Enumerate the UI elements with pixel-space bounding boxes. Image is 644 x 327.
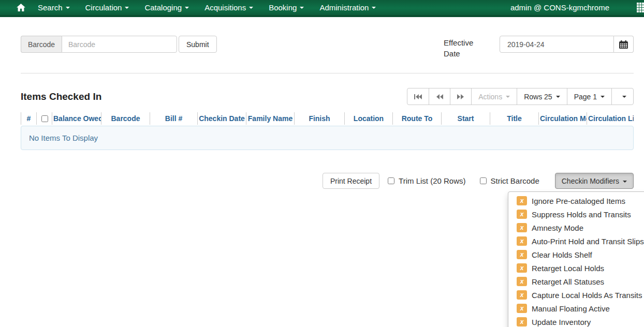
row-number-column-header: # xyxy=(21,112,36,125)
column-header[interactable]: Balance Owed xyxy=(52,112,101,125)
chevron-down-icon xyxy=(125,7,129,9)
checkin-modifier-menu-item[interactable]: x Auto-Print Hold and Transit Slips xyxy=(508,234,644,248)
effective-date-input[interactable] xyxy=(500,36,614,53)
chevron-down-icon xyxy=(372,7,376,9)
navbar-menu-item[interactable]: Acquisitions xyxy=(197,0,261,15)
effective-date-group xyxy=(500,36,634,53)
column-header[interactable]: Circulation Library xyxy=(587,112,634,125)
previous-page-button[interactable] xyxy=(429,88,450,105)
trim-list-checkbox[interactable] xyxy=(388,177,394,184)
modifier-off-badge: x xyxy=(517,277,527,286)
rows-dropdown-button[interactable]: Rows 25 xyxy=(517,88,567,105)
column-header[interactable]: Family Name xyxy=(246,112,294,125)
column-header[interactable]: Barcode xyxy=(101,112,150,125)
chevron-down-icon xyxy=(506,96,510,98)
chevron-down-icon xyxy=(249,7,253,9)
grid-column-headers: # Balance OwedBarcodeBill #Checkin DateF… xyxy=(21,112,634,125)
checkin-modifier-menu-item[interactable]: x Suppress Holds and Transits xyxy=(508,207,644,221)
modifier-off-badge: x xyxy=(517,304,527,313)
column-header[interactable]: Start xyxy=(441,112,490,125)
barcode-input[interactable] xyxy=(62,36,177,53)
navbar-menu-item[interactable]: Circulation xyxy=(78,0,137,15)
effective-date-label: Effective Date xyxy=(444,36,480,59)
checkin-modifier-menu-item[interactable]: x Update Inventory xyxy=(508,315,644,327)
barcode-input-group: Barcode Submit xyxy=(21,36,217,53)
checkin-modifier-menu-item[interactable]: x Amnesty Mode xyxy=(508,221,644,234)
column-header[interactable]: Location xyxy=(344,112,392,125)
chevron-down-icon xyxy=(300,7,304,9)
navbar-menu: Search Circulation Cataloging Acquisitio… xyxy=(30,0,384,15)
chevron-down-icon xyxy=(622,96,626,98)
divider xyxy=(21,73,634,73)
navbar-menu-item[interactable]: Search xyxy=(30,0,78,15)
strict-barcode-checkbox[interactable] xyxy=(480,177,487,184)
modifier-off-badge: x xyxy=(517,250,527,259)
checkin-modifier-menu-item[interactable]: x Retarget Local Holds xyxy=(508,261,644,275)
trim-list-label: Trim List (20 Rows) xyxy=(399,176,465,185)
modifier-off-badge: x xyxy=(517,196,527,205)
grid-pager-toolbar: Actions Rows 25 Page 1 xyxy=(407,88,634,105)
chevron-down-icon xyxy=(623,181,627,183)
navbar-menu-item[interactable]: Administration xyxy=(312,0,384,15)
logged-in-user[interactable]: admin @ CONS-kgmchrome xyxy=(510,3,609,12)
page-title: Items Checked In xyxy=(21,91,101,102)
checkin-form-row: Barcode Submit Effective Date xyxy=(21,36,634,59)
checkin-modifier-menu-item[interactable]: x Retarget All Statuses xyxy=(508,275,644,288)
column-header[interactable]: Bill # xyxy=(150,112,197,125)
select-all-checkbox[interactable] xyxy=(41,115,48,122)
checkin-modifier-menu-item[interactable]: x Ignore Pre-cataloged Items xyxy=(508,194,644,207)
modifier-off-badge: x xyxy=(517,263,527,273)
checkin-modifier-menu-item[interactable]: x Clear Holds Shelf xyxy=(508,248,644,261)
navbar-menu-item[interactable]: Booking xyxy=(261,0,312,15)
modifier-off-badge: x xyxy=(517,210,527,219)
strict-barcode-option: Strict Barcode xyxy=(480,176,539,185)
print-receipt-button[interactable]: Print Receipt xyxy=(323,173,379,189)
next-page-button[interactable] xyxy=(450,88,472,105)
top-navbar: Search Circulation Cataloging Acquisitio… xyxy=(0,0,644,17)
checkin-modifiers-button[interactable]: Checkin Modifiers xyxy=(555,173,634,189)
column-header[interactable]: Title xyxy=(490,112,538,125)
strict-barcode-label: Strict Barcode xyxy=(491,176,539,185)
column-header[interactable]: Checkin Date xyxy=(197,112,246,125)
page-dropdown-button[interactable]: Page 1 xyxy=(567,88,612,105)
checkin-modifiers-menu: x Ignore Pre-cataloged Items x Suppress … xyxy=(508,191,644,327)
modifier-off-badge: x xyxy=(517,290,527,300)
column-header[interactable]: Route To xyxy=(392,112,441,125)
navbar-menu-item[interactable]: Cataloging xyxy=(137,0,197,15)
submit-button[interactable]: Submit xyxy=(179,36,217,53)
select-all-checkbox-cell xyxy=(36,112,52,125)
checkin-modifier-menu-item[interactable]: x Capture Local Holds As Transits xyxy=(508,288,644,302)
modifier-off-badge: x xyxy=(517,317,527,326)
chevron-down-icon xyxy=(556,96,560,98)
column-header[interactable]: Circulation Modifier xyxy=(538,112,587,125)
column-header[interactable]: Finish xyxy=(294,112,344,125)
checkin-modifier-menu-item[interactable]: x Manual Floating Active xyxy=(508,302,644,315)
trim-list-option: Trim List (20 Rows) xyxy=(388,176,465,185)
chevron-down-icon xyxy=(601,96,605,98)
actions-dropdown-button: Actions xyxy=(471,88,517,105)
chevron-down-icon xyxy=(185,7,189,9)
barcode-label: Barcode xyxy=(21,36,62,53)
grid-options-button[interactable] xyxy=(611,88,634,105)
chevron-down-icon xyxy=(66,7,70,9)
modifier-off-badge: x xyxy=(517,236,527,246)
grid-menu-icon[interactable] xyxy=(637,3,644,12)
calendar-button[interactable] xyxy=(614,36,634,53)
empty-grid-message: No Items To Display xyxy=(21,126,634,150)
home-icon[interactable] xyxy=(17,4,25,11)
first-page-button[interactable] xyxy=(407,88,429,105)
modifier-off-badge: x xyxy=(517,223,527,232)
